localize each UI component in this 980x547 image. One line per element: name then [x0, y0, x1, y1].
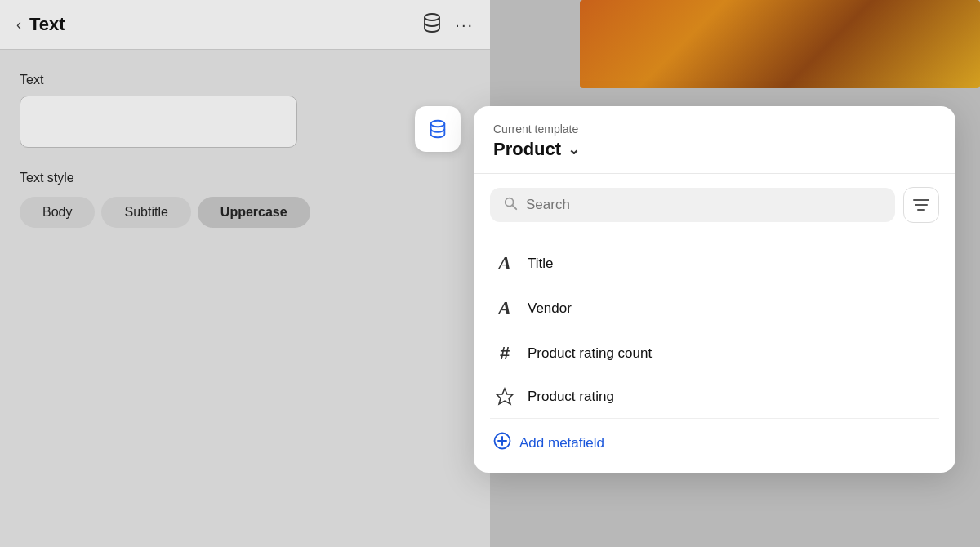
current-template-label: Current template: [493, 122, 936, 136]
list-item-product-rating[interactable]: Product rating: [474, 376, 956, 418]
product-image: [580, 0, 980, 88]
text-style-label: Text style: [20, 171, 470, 185]
left-panel: ‹ Text ··· Text Text style Body Subtitle…: [0, 0, 490, 547]
svg-line-3: [512, 205, 516, 209]
more-options-icon[interactable]: ···: [455, 16, 474, 34]
add-metafield-label: Add metafield: [519, 435, 604, 451]
search-row: [474, 174, 956, 236]
list-item-vendor[interactable]: A Vendor: [474, 286, 956, 331]
list-item-title[interactable]: A Title: [474, 241, 956, 286]
style-btn-subtitle[interactable]: Subtitle: [101, 197, 190, 228]
product-rating-label: Product rating: [528, 389, 614, 405]
template-name-button[interactable]: Product ⌄: [493, 139, 936, 160]
dropdown-panel: Current template Product ⌄ A: [474, 106, 956, 473]
svg-point-1: [431, 121, 445, 127]
vendor-label: Vendor: [528, 300, 572, 317]
svg-point-0: [425, 14, 439, 20]
title-icon: A: [493, 252, 516, 274]
left-content: Text Text style Body Subtitle Uppercase: [0, 50, 490, 251]
list-item-product-rating-count[interactable]: # Product rating count: [474, 331, 956, 376]
filter-button[interactable]: [903, 187, 939, 223]
dropdown-list: A Title A Vendor # Product rating count …: [474, 236, 956, 473]
search-input[interactable]: [526, 197, 882, 213]
header-left: ‹ Text: [16, 14, 65, 35]
add-metafield-row[interactable]: Add metafield: [474, 419, 956, 468]
chevron-down-icon: ⌄: [568, 140, 580, 158]
star-icon: [493, 387, 516, 407]
dropdown-header: Current template Product ⌄: [474, 106, 956, 174]
template-name-text: Product: [493, 139, 561, 160]
vendor-icon: A: [493, 297, 516, 319]
product-rating-count-label: Product rating count: [528, 345, 652, 362]
text-field-label: Text: [20, 73, 470, 87]
search-box: [490, 188, 895, 222]
hash-icon: #: [493, 343, 516, 364]
text-input-field[interactable]: [20, 96, 297, 148]
search-icon: [503, 196, 518, 214]
database-icon[interactable]: [421, 11, 443, 38]
db-float-button[interactable]: [415, 106, 461, 152]
header-icons: ···: [421, 11, 474, 38]
style-btn-uppercase[interactable]: Uppercase: [198, 197, 310, 228]
page-title: Text: [29, 14, 65, 35]
add-metafield-icon: [493, 432, 511, 455]
header-bar: ‹ Text ···: [0, 0, 490, 50]
back-button[interactable]: ‹: [16, 16, 21, 33]
title-label: Title: [528, 256, 554, 272]
style-buttons-group: Body Subtitle Uppercase: [20, 197, 470, 228]
style-btn-body[interactable]: Body: [20, 197, 95, 228]
svg-marker-7: [497, 389, 513, 404]
